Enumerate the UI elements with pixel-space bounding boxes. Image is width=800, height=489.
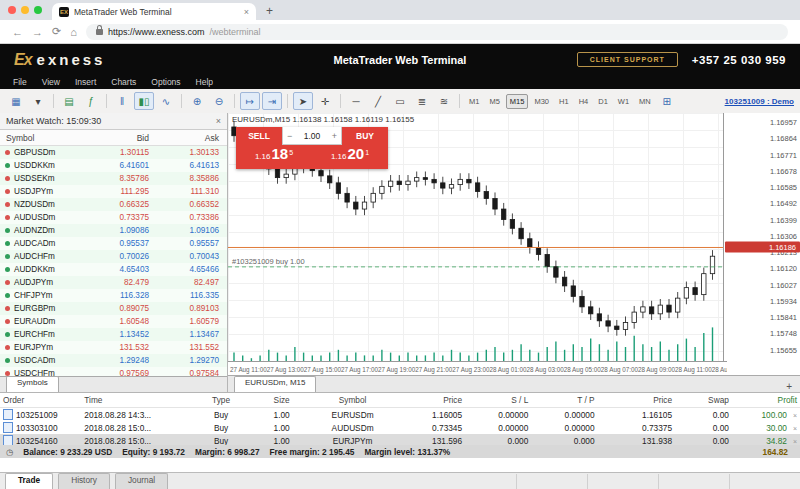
zoom-in-icon[interactable]: ⊕ (187, 92, 207, 110)
orders-column-tp[interactable]: T / P (531, 395, 597, 405)
market-watch-row[interactable]: AUDCADm0.955370.95557 (0, 237, 227, 250)
market-watch-row[interactable]: AUDDKKm4.654034.65466 (0, 263, 227, 276)
close-window-button[interactable] (8, 6, 16, 14)
maximize-window-button[interactable] (34, 6, 42, 14)
timeframe-m1[interactable]: M1 (465, 94, 483, 109)
timeframe-m15[interactable]: M15 (506, 94, 529, 109)
timeframe-mn[interactable]: MN (635, 94, 655, 109)
order-row[interactable]: 1032510092018.08.28 14:3...Buy1.00EURUSD… (0, 408, 800, 421)
tab-chart-eurusd[interactable]: EURUSDm, M15 (234, 376, 316, 392)
market-watch-row[interactable]: EURCHFm1.134521.13467 (0, 328, 227, 341)
balance-value: Balance: 9 233.29 USD (23, 447, 112, 457)
price-tick: 1.16678 (770, 166, 797, 175)
orders-column-symbol[interactable]: Symbol (312, 395, 393, 405)
back-icon[interactable]: ← (12, 26, 23, 38)
reload-icon[interactable]: ⟳ (52, 25, 61, 38)
bid-value: 1.60548 (87, 317, 157, 326)
buy-button[interactable]: BUY (342, 127, 388, 145)
close-market-watch-icon[interactable]: × (216, 116, 221, 126)
market-watch-row[interactable]: AUDCHFm0.700260.70043 (0, 250, 227, 263)
menu-view[interactable]: View (42, 77, 60, 87)
market-watch-row[interactable]: GBPUSDm1.301151.30133 (0, 146, 227, 159)
market-watch-row[interactable]: USDDKKm6.416016.41613 (0, 159, 227, 172)
menu-help[interactable]: Help (196, 77, 213, 87)
indicators-icon[interactable]: ƒ (81, 92, 101, 110)
line-chart-icon[interactable]: ∿ (156, 92, 176, 110)
orders-column-size[interactable]: Size (251, 395, 312, 405)
tile-windows-icon[interactable]: ⊞ (657, 92, 677, 110)
tab-journal[interactable]: Journal (115, 473, 168, 489)
market-watch-row[interactable]: EURJPYm131.532131.552 (0, 341, 227, 354)
volume-stepper[interactable]: − 1.00 + (282, 127, 342, 145)
order-row[interactable]: 1033031002018.08.28 15:0...Buy1.00AUDUSD… (0, 421, 800, 434)
market-watch-row[interactable]: NZDUSDm0.663250.66352 (0, 198, 227, 211)
market-watch-row[interactable]: EURAUDm1.605481.60579 (0, 315, 227, 328)
tab-trade[interactable]: Trade (5, 473, 53, 489)
text-label-icon[interactable]: ▭ (390, 92, 410, 110)
tab-history[interactable]: History (58, 473, 110, 489)
chart-dropdown-icon[interactable]: ▾ (28, 92, 48, 110)
volume-value[interactable]: 1.00 (304, 131, 321, 141)
market-watch-row[interactable]: CHFJPYm116.328116.335 (0, 289, 227, 302)
volume-decrease-icon[interactable]: − (287, 131, 292, 141)
forward-icon[interactable]: → (32, 26, 43, 38)
browser-tab[interactable]: EX MetaTrader Web Terminal × (52, 3, 256, 20)
new-order-icon[interactable]: ▤ (59, 92, 79, 110)
orders-column-profit[interactable]: Profit (732, 395, 800, 405)
close-position-button[interactable]: × (793, 438, 797, 445)
market-watch-row[interactable]: AUDJPYm82.47982.497 (0, 276, 227, 289)
sell-price[interactable]: 1.16 18 5 (236, 145, 312, 169)
tab-symbols[interactable]: Symbols (6, 376, 59, 392)
horizontal-line-icon[interactable]: ─ (346, 92, 366, 110)
menu-options[interactable]: Options (151, 77, 180, 87)
orders-column-swap[interactable]: Swap (675, 395, 732, 405)
new-tab-button[interactable]: + (266, 3, 273, 20)
candlestick-chart-icon[interactable]: ▮▯ (134, 92, 154, 110)
market-watch-row[interactable]: AUDUSDm0.733750.73386 (0, 211, 227, 224)
timeframe-h4[interactable]: H4 (575, 94, 593, 109)
timeframe-h1[interactable]: H1 (555, 94, 573, 109)
timeframe-d1[interactable]: D1 (594, 94, 612, 109)
orders-column-time[interactable]: Time (81, 395, 191, 405)
client-support-button[interactable]: CLIENT SUPPORT (577, 52, 678, 67)
zoom-out-icon[interactable]: ⊖ (209, 92, 229, 110)
market-watch-row[interactable]: USDCADm1.292481.29270 (0, 354, 227, 367)
add-chart-icon[interactable]: + (786, 381, 792, 392)
cursor-icon[interactable]: ➤ (293, 92, 313, 110)
timeframe-m5[interactable]: M5 (485, 94, 503, 109)
close-tab-icon[interactable]: × (244, 7, 249, 17)
chart-ohlc-title: EURUSDm,M15 1.16138 1.16158 1.16119 1.16… (232, 115, 414, 124)
minimize-window-button[interactable] (21, 6, 29, 14)
bar-chart-icon[interactable]: ‖ (112, 92, 132, 110)
orders-column-order[interactable]: Order (0, 395, 81, 405)
home-icon[interactable]: ⌂ (70, 26, 77, 38)
market-watch-row[interactable]: EURGBPm0.890750.89103 (0, 302, 227, 315)
trend-line-icon[interactable]: ╱ (368, 92, 388, 110)
crosshair-icon[interactable]: ✛ (315, 92, 335, 110)
market-watch-row[interactable]: AUDNZDm1.090861.09106 (0, 224, 227, 237)
orders-column-type[interactable]: Type (191, 395, 252, 405)
orders-column-sl[interactable]: S / L (465, 395, 531, 405)
account-link[interactable]: 103251009 : Demo (725, 97, 794, 106)
close-position-button[interactable]: × (793, 425, 797, 432)
chart-shift-icon[interactable]: ⇥ (262, 92, 282, 110)
sell-button[interactable]: SELL (236, 127, 282, 145)
cycles-icon[interactable]: ≋ (434, 92, 454, 110)
close-position-button[interactable]: × (793, 412, 797, 419)
order-profit: 30.00× (732, 423, 800, 433)
address-bar[interactable]: https://www.exness.com/webterminal (86, 24, 788, 40)
market-watch-row[interactable]: USDSEKm8.357868.35886 (0, 172, 227, 185)
timeframe-w1[interactable]: W1 (614, 94, 633, 109)
menu-charts[interactable]: Charts (111, 77, 136, 87)
menu-insert[interactable]: Insert (75, 77, 96, 87)
orders-column-price2[interactable]: Price (598, 395, 676, 405)
buy-price[interactable]: 1.16 20 1 (312, 145, 388, 169)
timeframe-m30[interactable]: M30 (530, 94, 553, 109)
volume-increase-icon[interactable]: + (332, 131, 337, 141)
market-watch-row[interactable]: USDJPYm111.295111.310 (0, 185, 227, 198)
periods-icon[interactable]: ≣ (412, 92, 432, 110)
autoscroll-icon[interactable]: ↦ (240, 92, 260, 110)
menu-file[interactable]: File (13, 77, 27, 87)
orders-column-price[interactable]: Price (393, 395, 465, 405)
new-chart-icon[interactable]: ▦ (6, 92, 26, 110)
